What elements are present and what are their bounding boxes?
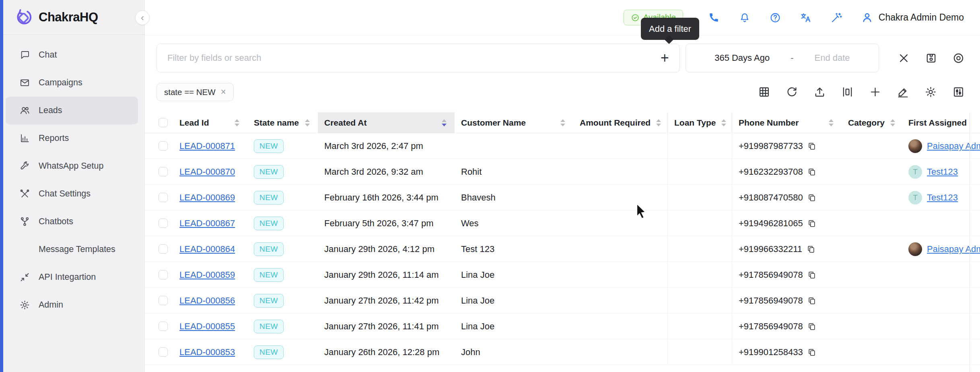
column-header-loan[interactable]: Loan Type bbox=[668, 112, 732, 133]
first-assigned-link[interactable]: Paisapay Adm bbox=[927, 244, 980, 254]
row-checkbox[interactable] bbox=[159, 219, 168, 228]
category-cell bbox=[842, 314, 902, 339]
avatar: T bbox=[908, 165, 922, 179]
columns-icon[interactable] bbox=[841, 86, 854, 98]
campaigns-icon bbox=[19, 77, 30, 88]
sidebar-item-admin[interactable]: Admin bbox=[6, 291, 138, 319]
sort-carets-icon[interactable] bbox=[656, 119, 661, 126]
sidebar-item-leads[interactable]: Leads bbox=[6, 97, 138, 124]
sort-carets-icon[interactable] bbox=[829, 119, 834, 126]
copy-icon[interactable] bbox=[807, 219, 816, 228]
close-icon[interactable] bbox=[898, 52, 910, 64]
date-range-picker[interactable]: 365 Days Ago - End date bbox=[686, 43, 879, 72]
copy-icon[interactable] bbox=[807, 245, 815, 254]
row-checkbox[interactable] bbox=[159, 167, 168, 176]
lead-id-link[interactable]: LEAD-000864 bbox=[179, 244, 235, 254]
table-grid-icon[interactable] bbox=[758, 86, 770, 98]
sort-carets-icon[interactable] bbox=[721, 119, 726, 126]
row-checkbox[interactable] bbox=[159, 193, 168, 202]
sort-carets-icon[interactable] bbox=[560, 119, 565, 126]
refresh-icon[interactable] bbox=[786, 86, 798, 98]
edit-icon[interactable] bbox=[897, 86, 909, 98]
sort-carets-icon[interactable] bbox=[305, 119, 310, 126]
sidebar-item-reports[interactable]: Reports bbox=[6, 124, 138, 152]
copy-icon[interactable] bbox=[807, 142, 816, 151]
column-header-assigned[interactable]: First Assigned bbox=[902, 112, 980, 133]
select-all-checkbox[interactable] bbox=[159, 118, 168, 127]
column-header-amount[interactable]: Amount Required bbox=[573, 112, 668, 133]
copy-icon[interactable] bbox=[807, 271, 816, 279]
date-end-placeholder[interactable]: End date bbox=[814, 53, 850, 63]
sidebar-item-campaigns[interactable]: Campaigns bbox=[6, 69, 138, 97]
copy-icon[interactable] bbox=[807, 167, 816, 176]
sidebar-item-chatbots[interactable]: Chatbots bbox=[6, 208, 138, 236]
lead-id-link[interactable]: LEAD-000859 bbox=[179, 270, 235, 280]
accent-strip bbox=[0, 0, 3, 372]
chip-close-icon[interactable]: × bbox=[221, 87, 226, 97]
upload-icon[interactable] bbox=[813, 86, 826, 98]
row-checkbox[interactable] bbox=[159, 296, 168, 305]
visibility-icon[interactable] bbox=[952, 52, 965, 64]
column-header-phone[interactable]: Phone Number bbox=[732, 112, 842, 133]
first-assigned-cell bbox=[902, 211, 980, 236]
row-checkbox[interactable] bbox=[159, 322, 168, 331]
save-icon[interactable] bbox=[925, 52, 937, 64]
user-menu[interactable]: Chakra Admin Demo bbox=[861, 11, 964, 24]
phone-cell: +916232293708 bbox=[732, 159, 842, 184]
sidebar-item-chat[interactable]: Chat bbox=[6, 41, 138, 69]
sidebar-item-chat-settings[interactable]: Chat Settings bbox=[6, 180, 138, 208]
lead-id-link[interactable]: LEAD-000855 bbox=[179, 321, 235, 332]
lead-id-link[interactable]: LEAD-000853 bbox=[179, 347, 235, 358]
sort-carets-icon[interactable] bbox=[890, 119, 895, 126]
filter-chip[interactable]: state == NEW × bbox=[156, 83, 234, 101]
lead-id-link[interactable]: LEAD-000871 bbox=[179, 141, 235, 151]
sort-carets-icon[interactable] bbox=[442, 119, 447, 126]
column-header-createdAt[interactable]: Created At bbox=[318, 112, 455, 133]
row-checkbox[interactable] bbox=[159, 244, 168, 254]
copy-icon[interactable] bbox=[807, 348, 816, 357]
column-header-category[interactable]: Category bbox=[842, 112, 902, 133]
sidebar-item-api-integartion[interactable]: API Integartion bbox=[6, 263, 138, 291]
lead-id-link[interactable]: LEAD-000869 bbox=[179, 192, 235, 203]
lead-id-link[interactable]: LEAD-000870 bbox=[179, 167, 235, 177]
filter-bar: + 365 Days Ago - End date bbox=[156, 43, 965, 72]
column-header-leadId[interactable]: Lead Id bbox=[173, 112, 247, 133]
created-at-cell: January 29th 2026, 4:12 pm bbox=[318, 236, 455, 262]
add-filter-button[interactable]: + bbox=[661, 51, 669, 65]
sliders-icon[interactable] bbox=[952, 86, 965, 98]
copy-icon[interactable] bbox=[807, 193, 816, 202]
first-assigned-cell: Paisapay Adm bbox=[902, 236, 980, 262]
translate-icon[interactable] bbox=[800, 12, 812, 24]
first-assigned-link[interactable]: Test123 bbox=[927, 167, 958, 177]
settings-icon[interactable] bbox=[924, 86, 937, 98]
magic-wand-icon[interactable] bbox=[830, 12, 842, 24]
copy-icon[interactable] bbox=[807, 296, 816, 305]
phone-number: +917856949078 bbox=[739, 270, 803, 280]
lead-id-link[interactable]: LEAD-000856 bbox=[179, 296, 235, 306]
filter-search-input[interactable] bbox=[167, 53, 661, 63]
bell-icon[interactable] bbox=[739, 12, 751, 24]
help-icon[interactable] bbox=[769, 12, 781, 24]
column-header-state[interactable]: State name bbox=[247, 112, 318, 133]
plus-icon[interactable] bbox=[869, 86, 881, 98]
category-cell bbox=[842, 133, 902, 159]
phone-icon[interactable] bbox=[708, 12, 720, 24]
chatbots-icon bbox=[19, 216, 30, 227]
created-at-cell: January 29th 2026, 11:14 am bbox=[318, 262, 455, 287]
row-checkbox[interactable] bbox=[159, 141, 168, 151]
first-assigned-link[interactable]: Paisapay Adm bbox=[927, 141, 980, 151]
date-start-value[interactable]: 365 Days Ago bbox=[714, 53, 770, 63]
sort-carets-icon[interactable] bbox=[235, 119, 239, 126]
loan-type-cell bbox=[668, 236, 732, 262]
sidebar-item-whatsapp-setup[interactable]: WhatsApp Setup bbox=[6, 152, 138, 180]
lead-id-link[interactable]: LEAD-000867 bbox=[179, 218, 235, 229]
column-header-customer[interactable]: Customer Name bbox=[455, 112, 573, 133]
first-assigned-link[interactable]: Test123 bbox=[927, 192, 958, 203]
phone-number: +919966332211 bbox=[739, 244, 802, 254]
amount-required-cell bbox=[573, 159, 668, 184]
row-checkbox[interactable] bbox=[159, 270, 168, 279]
sidebar-collapse-button[interactable]: ‹ bbox=[135, 10, 150, 25]
sidebar-item-message-templates[interactable]: Message Templates bbox=[6, 236, 138, 263]
row-checkbox[interactable] bbox=[159, 347, 168, 357]
copy-icon[interactable] bbox=[807, 322, 816, 331]
